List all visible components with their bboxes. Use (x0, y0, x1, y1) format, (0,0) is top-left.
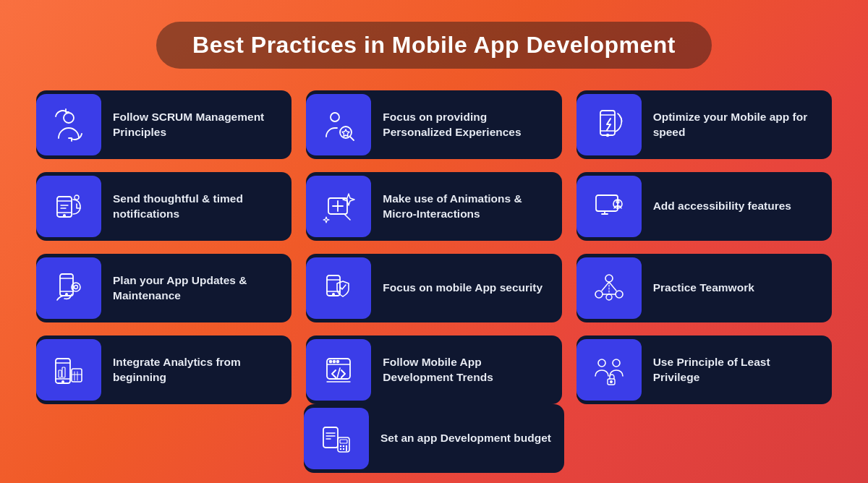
card-label-updates: Plan your App Updates & Maintenance (113, 273, 278, 304)
card-label-personalized: Focus on providing Personalized Experien… (383, 110, 548, 140)
card-trends: Follow Mobile App Development Trends (306, 335, 561, 404)
card-label-analytics: Integrate Analytics from beginning (113, 355, 278, 385)
card-accessibility: Add accessibility features (576, 172, 832, 241)
card-personalized: Focus on providing Personalized Experien… (306, 90, 561, 159)
accessibility-icon (592, 189, 626, 224)
card-label-speed: Optimize your Mobile app for speed (653, 110, 819, 140)
icon-box-privilege (576, 339, 642, 401)
icon-box-notifications (36, 176, 101, 237)
icon-box-scrum (36, 94, 101, 155)
scrum-icon (51, 108, 86, 142)
notifications-icon (51, 189, 86, 224)
icon-box-speed (576, 94, 642, 155)
card-analytics: Integrate Analytics from beginning (36, 335, 292, 404)
trends-icon (321, 353, 356, 388)
icon-box-analytics (36, 339, 101, 401)
card-label-notifications: Send thoughtful & timed notifications (113, 192, 278, 222)
card-privilege: Use Principle of Least Privilege (576, 335, 832, 404)
card-label-privilege: Use Principle of Least Privilege (653, 355, 819, 385)
card-notifications: Send thoughtful & timed notifications (36, 172, 292, 241)
analytics-icon (51, 353, 86, 388)
card-animations: Make use of Animations & Micro-Interacti… (306, 172, 561, 241)
card-updates: Plan your App Updates & Maintenance (36, 254, 292, 322)
extra-row: Set an app Development budget (36, 404, 832, 473)
card-scrum: Follow SCRUM Management Principles (36, 90, 292, 159)
card-label-budget: Set an app Development budget (380, 431, 551, 446)
card-label-trends: Follow Mobile App Development Trends (383, 355, 548, 385)
card-budget: Set an app Development budget (304, 404, 564, 473)
icon-box-accessibility (576, 176, 642, 237)
updates-icon (51, 271, 86, 306)
icon-box-updates (36, 257, 101, 319)
title-container: Best Practices in Mobile App Development (156, 22, 712, 69)
budget-icon (319, 422, 354, 456)
speed-icon (592, 108, 626, 142)
privilege-icon (592, 353, 626, 388)
icon-box-animations (306, 176, 371, 237)
card-speed: Optimize your Mobile app for speed (576, 90, 832, 159)
card-label-security: Focus on mobile App security (383, 281, 548, 296)
cards-grid: Follow SCRUM Management Principles Focus… (36, 90, 832, 404)
card-label-animations: Make use of Animations & Micro-Interacti… (383, 192, 548, 222)
card-teamwork: Practice Teamwork (576, 254, 832, 322)
card-label-accessibility: Add accessibility features (653, 199, 819, 214)
page-title: Best Practices in Mobile App Development (192, 32, 676, 59)
card-security: Focus on mobile App security (306, 254, 561, 322)
animations-icon (321, 189, 356, 224)
icon-box-personalized (306, 94, 371, 155)
icon-box-trends (306, 339, 371, 401)
security-icon (321, 271, 356, 306)
personalized-icon (321, 108, 356, 142)
teamwork-icon (592, 271, 626, 306)
icon-box-budget (304, 408, 369, 469)
card-label-teamwork: Practice Teamwork (653, 281, 819, 296)
card-label-scrum: Follow SCRUM Management Principles (113, 110, 278, 140)
icon-box-security (306, 257, 371, 319)
icon-box-teamwork (576, 257, 642, 319)
